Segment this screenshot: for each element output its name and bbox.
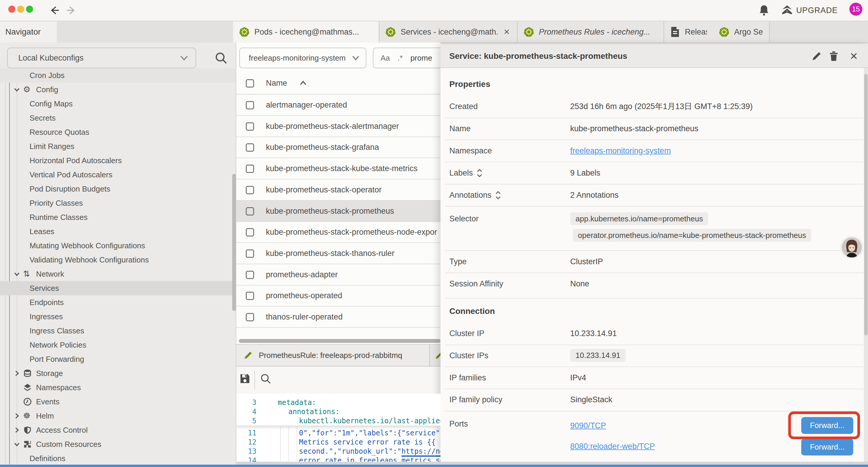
close-drawer-icon[interactable]: ✕ xyxy=(850,50,858,62)
sidebar-tree-item[interactable]: Namespaces xyxy=(0,380,236,395)
row-checkbox[interactable] xyxy=(246,207,254,215)
sidebar-tree-item[interactable]: Limit Ranges xyxy=(0,139,236,153)
labels-value[interactable]: 9 Labels xyxy=(570,169,600,178)
namespace-select[interactable]: freeleaps-monitoring-system xyxy=(239,48,366,68)
sidebar-tree-item[interactable]: Validating Webhook Configurations xyxy=(0,253,236,267)
sidebar-tree-item[interactable]: Ingresses xyxy=(0,310,236,324)
service-row[interactable]: kube-prometheus-stack-operator xyxy=(236,179,440,201)
match-case-toggle[interactable]: Aa xyxy=(380,54,390,63)
sidebar-tree-item[interactable]: Storage xyxy=(0,366,236,380)
sidebar-tree-item[interactable]: ⇅ Network xyxy=(0,267,236,281)
sidebar-tree-item[interactable]: Network Policies xyxy=(0,338,236,352)
tab-prometheusrule-editor[interactable]: PrometheusRule: freeleaps-prod-rabbitmq xyxy=(236,345,430,366)
avatar[interactable] xyxy=(840,236,863,259)
editor-tab[interactable]: Release Notes xyxy=(664,21,713,42)
row-checkbox[interactable] xyxy=(246,313,254,321)
row-checkbox[interactable] xyxy=(246,165,254,173)
editor-tab[interactable]: Pods - icecheng@mathmas... xyxy=(233,21,379,42)
row-checkbox[interactable] xyxy=(246,271,254,279)
service-row[interactable]: alertmanager-operated xyxy=(236,95,440,116)
sidebar-tree-item[interactable]: Ingress Classes xyxy=(0,324,236,338)
tab-navigator[interactable]: Navigator xyxy=(0,21,57,42)
save-icon[interactable] xyxy=(239,373,251,384)
code-url-link[interactable]: https://net xyxy=(402,447,440,457)
editor-search-icon[interactable] xyxy=(260,373,271,384)
forward-port-8080-button[interactable]: Forward... xyxy=(801,439,853,456)
sidebar-tree-item[interactable]: ☸ Helm xyxy=(0,409,236,423)
select-all-checkbox[interactable] xyxy=(246,79,254,87)
sidebar-scrollbar[interactable] xyxy=(232,174,236,311)
minimize-window-button[interactable] xyxy=(17,6,24,13)
service-row[interactable]: kube-prometheus-stack-prometheus xyxy=(236,201,440,222)
service-row[interactable]: kube-prometheus-stack-alertmanager xyxy=(236,116,440,137)
service-row[interactable]: prometheus-operated xyxy=(236,285,440,307)
chevron-right-icon[interactable] xyxy=(13,370,21,377)
service-row[interactable]: kube-prometheus-stack-kube-state-metrics xyxy=(236,158,440,179)
row-checkbox[interactable] xyxy=(246,250,254,258)
regex-toggle[interactable]: .* xyxy=(398,54,403,63)
notification-count-badge[interactable]: 15 xyxy=(849,3,862,16)
chevron-right-icon[interactable] xyxy=(13,426,21,434)
service-row[interactable]: kube-prometheus-stack-thanos-ruler xyxy=(236,243,440,264)
sidebar-tree-item[interactable]: Horizontal Pod Autoscalers xyxy=(0,153,236,168)
sidebar-tree-item[interactable]: Leases xyxy=(0,224,236,238)
sidebar-tree-item[interactable]: Events xyxy=(0,395,236,409)
kubeconfig-select[interactable]: Local Kubeconfigs xyxy=(7,48,196,68)
sidebar-tree-item[interactable]: Port Forwarding xyxy=(0,352,236,366)
sidebar-tree-item[interactable]: Services xyxy=(0,281,236,295)
sidebar-tree-item[interactable]: Runtime Classes xyxy=(0,210,236,224)
chevron-down-icon[interactable] xyxy=(13,86,21,93)
row-checkbox[interactable] xyxy=(246,143,254,152)
sidebar-tree-item[interactable]: Definitions xyxy=(0,451,236,466)
sidebar-tree-item[interactable]: Endpoints xyxy=(0,295,236,310)
edit-pencil-icon[interactable] xyxy=(811,51,822,61)
chevron-down-icon[interactable] xyxy=(13,270,21,278)
service-row[interactable]: thanos-ruler-operated xyxy=(236,307,440,328)
chevron-down-icon[interactable] xyxy=(13,440,21,448)
sidebar-tree-item[interactable]: Secrets xyxy=(0,111,236,125)
service-row[interactable]: prometheus-adapter xyxy=(236,264,440,286)
service-row[interactable]: kube-prometheus-stack-grafana xyxy=(236,137,440,158)
close-tab-icon[interactable]: ✕ xyxy=(502,28,511,37)
expand-collapse-icon[interactable] xyxy=(495,191,501,200)
row-checkbox[interactable] xyxy=(246,292,254,300)
port-9090-link[interactable]: 9090/TCP xyxy=(570,421,606,430)
row-checkbox[interactable] xyxy=(246,228,254,236)
back-icon[interactable] xyxy=(48,5,60,16)
expand-collapse-icon[interactable] xyxy=(476,169,483,177)
drawer-scrollbar[interactable] xyxy=(864,74,868,335)
tab-partial-editor[interactable] xyxy=(430,345,440,366)
zoom-window-button[interactable] xyxy=(26,6,33,13)
sidebar-tree-item[interactable]: Mutating Webhook Configurations xyxy=(0,238,236,253)
forward-icon[interactable] xyxy=(66,5,78,16)
yaml-editor[interactable]: 3 metadata: 4 annotations: 5 kubectl.kub… xyxy=(236,394,440,465)
row-checkbox[interactable] xyxy=(246,186,254,194)
annotations-value[interactable]: 2 Annotations xyxy=(570,191,619,200)
editor-tab[interactable]: Prometheus Rules - icecheng... xyxy=(518,21,664,42)
notifications-bell-icon[interactable] xyxy=(758,4,770,17)
editor-tab[interactable]: Services - icecheng@math... ✕ xyxy=(379,21,518,42)
sidebar-search-icon[interactable] xyxy=(215,52,227,64)
name-filter-input[interactable]: Aa .* prome xyxy=(373,48,440,68)
sidebar-tree-item[interactable]: Cron Jobs xyxy=(0,68,236,83)
row-checkbox[interactable] xyxy=(246,101,254,109)
editor-tab[interactable]: Argo Se xyxy=(713,21,770,42)
sidebar-tree-item[interactable]: Priority Classes xyxy=(0,196,236,210)
sort-ascending-icon[interactable] xyxy=(299,80,307,86)
delete-trash-icon[interactable] xyxy=(829,51,839,62)
chevron-right-icon[interactable] xyxy=(13,412,21,420)
sidebar-tree-item[interactable]: Vertical Pod Autoscalers xyxy=(0,168,236,182)
column-header-name[interactable]: Name xyxy=(266,79,287,88)
sidebar-tree-item[interactable]: Pod Disruption Budgets xyxy=(0,182,236,196)
upgrade-chevrons-icon[interactable] xyxy=(780,4,794,17)
close-window-button[interactable] xyxy=(8,6,16,13)
upgrade-label[interactable]: UPGRADE xyxy=(796,6,838,15)
sidebar-tree-item[interactable]: Custom Resources xyxy=(0,437,236,451)
namespace-link[interactable]: freeleaps-monitoring-system xyxy=(570,146,671,155)
row-checkbox[interactable] xyxy=(246,122,254,130)
port-8080-link[interactable]: 8080:reloader-web/TCP xyxy=(570,442,655,451)
sidebar-tree-item[interactable]: Resource Quotas xyxy=(0,125,236,139)
sidebar-tree-item[interactable]: ⚙ Config xyxy=(0,83,236,97)
horizontal-scrollbar[interactable] xyxy=(239,339,440,343)
sidebar-tree-item[interactable]: Config Maps xyxy=(0,97,236,111)
